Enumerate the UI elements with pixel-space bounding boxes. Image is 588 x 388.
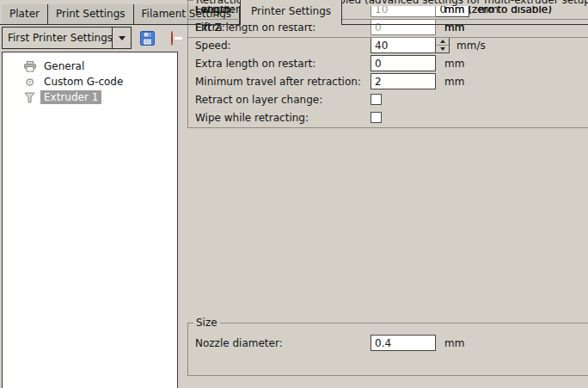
speed-input[interactable] <box>371 37 436 53</box>
sidebar-item-general[interactable]: General <box>3 59 177 74</box>
setting-row-speed: Speed:mm/s <box>195 37 588 53</box>
settings-tree: General⚙Custom G-codeExtruder 1 <box>2 52 178 388</box>
printer-icon <box>23 60 36 72</box>
funnel-icon <box>23 91 36 103</box>
setting-label: Speed: <box>195 40 371 52</box>
unit-label: mm <box>444 337 464 349</box>
setting-row-wipe-while-retracting: Wipe while retracting: <box>195 109 588 126</box>
unit-label: mm/s <box>456 40 486 52</box>
delete-preset-button[interactable] <box>163 30 180 46</box>
gear-icon: ⚙ <box>23 76 36 88</box>
setting-row-minimum-travel-after-retraction: Minimum travel after retraction:mm <box>195 73 588 89</box>
setting-row-extra-length-on-restart: Extra length on restart:mm <box>195 55 588 71</box>
save-preset-button[interactable] <box>139 30 156 46</box>
setting-label: Wipe while retracting: <box>195 112 371 124</box>
group-size: SizeNozzle diameter:mm <box>187 323 588 376</box>
setting-label: Extra length on restart: <box>195 58 371 70</box>
chevron-down-icon[interactable] <box>112 28 131 48</box>
sidebar-item-extruder-1[interactable]: Extruder 1 <box>3 89 177 105</box>
save-icon <box>139 30 156 46</box>
tab-print-settings[interactable]: Print Settings <box>48 4 134 25</box>
sidebar-item-label: General <box>40 59 88 73</box>
arrow-down-icon <box>440 47 445 51</box>
nozzle-diameter-input[interactable] <box>371 335 436 351</box>
extra-length-on-restart-input[interactable] <box>371 55 436 71</box>
printer-preset-select[interactable]: First Printer Settings <box>2 27 132 49</box>
wipe-while-retracting-checkbox[interactable] <box>371 112 382 123</box>
arrow-up-icon <box>440 40 445 43</box>
setting-row-nozzle-diameter: Nozzle diameter:mm <box>195 335 588 351</box>
minimum-travel-after-retraction-input[interactable] <box>371 73 436 89</box>
spinner-control <box>436 37 450 53</box>
retract-on-layer-change-checkbox[interactable] <box>371 94 382 105</box>
printer-preset-value: First Printer Settings <box>3 28 112 48</box>
spin-down-button[interactable] <box>436 45 449 52</box>
unit-label: mm <box>444 58 464 70</box>
extra-length-on-restart-input <box>371 19 436 35</box>
setting-label: Retract on layer change: <box>195 94 371 106</box>
sidebar-item-label: Extruder 1 <box>40 90 101 104</box>
unit-label: mm <box>444 22 464 34</box>
setting-label: Minimum travel after retraction: <box>195 76 371 88</box>
tab-plater[interactable]: Plater <box>2 4 48 25</box>
unit-label: mm <box>444 76 464 88</box>
spin-up-button[interactable] <box>436 38 449 45</box>
sidebar-item-custom-g-code[interactable]: ⚙Custom G-code <box>3 74 177 89</box>
sidebar-item-label: Custom G-code <box>40 75 126 89</box>
setting-row-retract-on-layer-change: Retract on layer change: <box>195 91 588 108</box>
tab-printer-settings[interactable]: Printer Settings <box>240 0 342 25</box>
delete-preset-icon <box>171 31 173 46</box>
group-title: Size <box>193 317 220 329</box>
setting-label: Nozzle diameter: <box>195 337 371 349</box>
